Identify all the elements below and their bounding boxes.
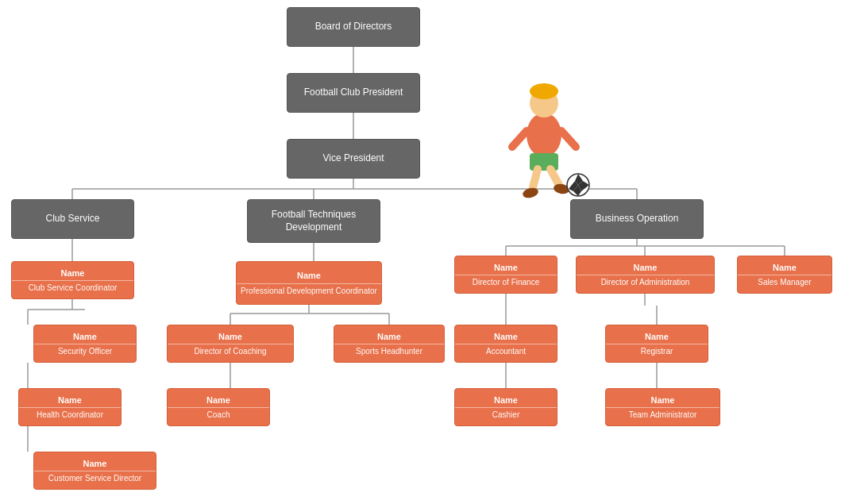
vp-node: Vice President (287, 139, 420, 179)
vp-label: Vice President (322, 152, 384, 165)
soccer-player-decoration (492, 67, 596, 194)
club-service-label: Club Service (45, 213, 99, 225)
health-coord-node: Name Health Coordinator (18, 388, 122, 426)
connector-lines (0, 0, 841, 504)
business-op-label: Business Operation (596, 213, 679, 225)
svg-line-34 (561, 131, 576, 147)
club-coord-node: Name Club Service Coordinator (11, 261, 134, 299)
business-op-node: Business Operation (570, 199, 704, 239)
team-admin-title: Team Administrator (627, 410, 700, 420)
accountant-title: Accountant (484, 346, 528, 356)
dir-finance-title: Director of Finance (470, 277, 542, 287)
club-service-node: Club Service (11, 199, 134, 239)
security-name: Name (34, 331, 136, 344)
cashier-name: Name (455, 394, 557, 408)
security-title: Security Officer (56, 346, 114, 356)
sales-mgr-title: Sales Manager (755, 277, 813, 287)
health-coord-name: Name (19, 394, 121, 408)
health-coord-title: Health Coordinator (34, 410, 106, 420)
board-label: Board of Directors (315, 21, 392, 33)
dir-admin-node: Name Director of Administration (576, 256, 715, 294)
dir-admin-title: Director of Administration (599, 277, 692, 287)
prof-dev-name: Name (237, 270, 381, 283)
president-node: Football Club President (287, 73, 420, 113)
dir-coaching-name: Name (168, 331, 293, 344)
sales-mgr-name: Name (738, 262, 831, 275)
football-tech-node: Football Techniques Development (247, 199, 380, 243)
prof-dev-title: Professional Development Coordinator (238, 286, 380, 296)
coach-node: Name Coach (167, 388, 270, 426)
team-admin-name: Name (606, 394, 719, 408)
org-chart: Board of Directors Football Club Preside… (0, 0, 841, 504)
security-node: Name Security Officer (33, 325, 137, 363)
registrar-node: Name Registrar (605, 325, 708, 363)
accountant-node: Name Accountant (454, 325, 557, 363)
prof-dev-node: Name Professional Development Coordinato… (236, 261, 382, 305)
club-coord-title: Club Service Coordinator (26, 283, 120, 293)
sports-head-node: Name Sports Headhunter (334, 325, 445, 363)
club-coord-name: Name (12, 267, 133, 281)
sports-head-title: Sports Headhunter (353, 346, 425, 356)
svg-line-37 (550, 169, 560, 187)
cust-dir-node: Name Customer Service Director (33, 452, 156, 490)
dir-admin-name: Name (577, 262, 714, 275)
svg-point-30 (527, 113, 561, 157)
dir-finance-name: Name (455, 262, 557, 275)
cashier-title: Cashier (490, 410, 522, 420)
sports-head-name: Name (334, 331, 444, 344)
dir-finance-node: Name Director of Finance (454, 256, 557, 294)
board-of-directors-node: Board of Directors (287, 7, 420, 47)
team-admin-node: Name Team Administrator (605, 388, 720, 426)
svg-point-32 (530, 83, 558, 99)
dir-coaching-title: Director of Coaching (191, 346, 268, 356)
football-tech-label: Football Techniques Development (248, 209, 380, 233)
sales-mgr-node: Name Sales Manager (737, 256, 832, 294)
registrar-name: Name (606, 331, 708, 344)
svg-line-36 (532, 169, 538, 190)
coach-title: Coach (205, 410, 233, 420)
coach-name: Name (168, 394, 269, 408)
president-label: Football Club President (304, 87, 403, 99)
cashier-node: Name Cashier (454, 388, 557, 426)
svg-line-33 (512, 131, 527, 147)
registrar-title: Registrar (638, 346, 676, 356)
accountant-name: Name (455, 331, 557, 344)
dir-coaching-node: Name Director of Coaching (167, 325, 294, 363)
cust-dir-name: Name (34, 458, 156, 471)
cust-dir-title: Customer Service Director (46, 473, 144, 483)
